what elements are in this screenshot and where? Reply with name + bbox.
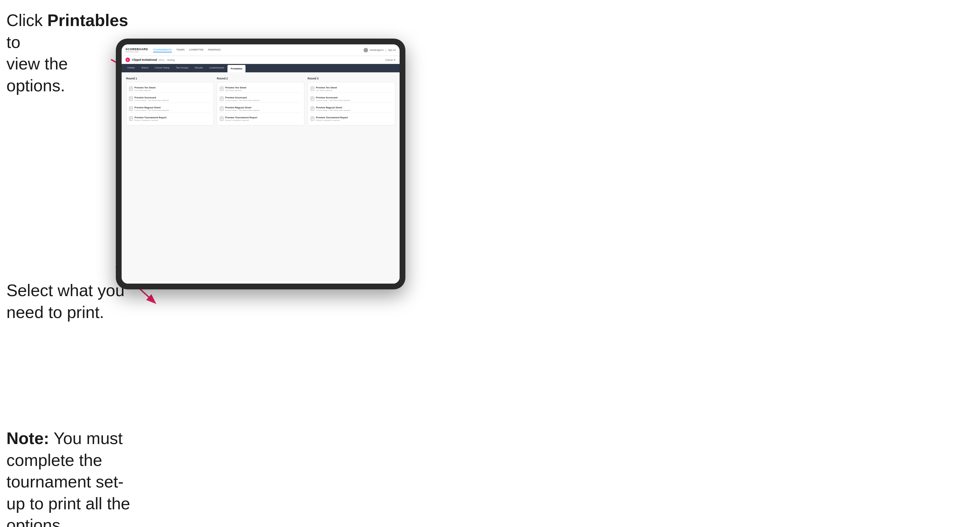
r2-tee-sheet-title: Preview Tee Sheet bbox=[225, 86, 246, 89]
sub-nav: Details Teams Course Setup Tee Groups Re… bbox=[122, 64, 399, 72]
round-1-title: Round 1 bbox=[126, 77, 214, 80]
round-3-card: Preview Tee Sheet Tee Sheet required bbox=[307, 82, 395, 125]
r2-tournament-report-sub: Round Completion required bbox=[225, 119, 257, 121]
tournament-name: Clippd Invitational bbox=[132, 58, 157, 62]
svg-rect-16 bbox=[220, 87, 223, 90]
tab-tee-groups[interactable]: Tee Groups bbox=[173, 64, 192, 72]
rounds-grid: Round 1 Preview Tee Sheet Tee bbox=[126, 77, 395, 125]
r1-scorecard-title: Preview Scorecard bbox=[135, 96, 169, 99]
user-avatar bbox=[364, 48, 368, 52]
tablet-screen: SCOREBOARD Powered by clippd TOURNAMENTS… bbox=[122, 44, 399, 284]
r2-raguzzi[interactable]: Preview Raguzzi Sheet Course setup + Tee… bbox=[220, 105, 301, 113]
r2-tournament-report-title: Preview Tournament Report bbox=[225, 116, 257, 119]
nav-teams[interactable]: TEAMS bbox=[176, 48, 185, 52]
r3-tee-sheet-sub: Tee Sheet required bbox=[316, 89, 337, 91]
top-nav: SCOREBOARD Powered by clippd TOURNAMENTS… bbox=[122, 44, 399, 56]
svg-rect-4 bbox=[129, 97, 132, 101]
tournament-badge: (Men) bbox=[159, 59, 164, 61]
round-2-title: Round 2 bbox=[217, 77, 304, 80]
r2-scorecard-title: Preview Scorecard bbox=[225, 96, 259, 99]
r2-tee-sheet-sub: Tee Sheet required bbox=[225, 89, 246, 91]
r2-tee-sheet[interactable]: Preview Tee Sheet Tee Sheet required bbox=[220, 85, 301, 93]
round-2-card: Preview Tee Sheet Tee Sheet required bbox=[217, 82, 304, 125]
svg-rect-44 bbox=[311, 117, 314, 121]
r1-tee-sheet-sub: Tee Sheet required bbox=[135, 89, 155, 91]
r3-scorecard-title: Preview Scorecard bbox=[316, 96, 350, 99]
r3-tournament-report-icon bbox=[310, 116, 314, 121]
svg-rect-28 bbox=[220, 117, 223, 121]
tournament-logo: C bbox=[126, 57, 130, 62]
r1-raguzzi-sub: Course setup + Tee Sheet data required bbox=[135, 110, 169, 111]
r3-tournament-report[interactable]: Preview Tournament Report Round Completi… bbox=[310, 115, 392, 122]
svg-rect-20 bbox=[220, 97, 223, 101]
svg-rect-36 bbox=[311, 97, 314, 101]
r3-scorecard[interactable]: Preview Scorecard Course setup + Tee She… bbox=[310, 95, 392, 103]
nav-committee[interactable]: COMMITTEE bbox=[189, 48, 204, 52]
brand-subtitle: Powered by clippd bbox=[126, 51, 148, 53]
round-1-card: Preview Tee Sheet Tee Sheet required bbox=[126, 82, 214, 125]
nav-rankings[interactable]: RANKINGS bbox=[208, 48, 221, 52]
round-2-column: Round 2 Preview Tee Sheet Tee bbox=[217, 77, 304, 125]
svg-rect-8 bbox=[129, 107, 132, 111]
r1-scorecard[interactable]: Preview Scorecard Course setup + Tee She… bbox=[129, 95, 211, 103]
r3-tournament-report-sub: Round Completion required bbox=[316, 119, 348, 121]
tournament-status: Hosting bbox=[167, 59, 175, 61]
r2-scorecard[interactable]: Preview Scorecard Course setup + Tee She… bbox=[220, 95, 301, 103]
tab-teams[interactable]: Teams bbox=[138, 64, 151, 72]
r1-raguzzi[interactable]: Preview Raguzzi Sheet Course setup + Tee… bbox=[129, 105, 211, 113]
r2-tournament-report[interactable]: Preview Tournament Report Round Completi… bbox=[220, 115, 301, 122]
tab-leaderboards[interactable]: Leaderboards bbox=[206, 64, 228, 72]
r3-tee-sheet-title: Preview Tee Sheet bbox=[316, 86, 337, 89]
r3-raguzzi-sub: Course setup + Tee Sheet data required bbox=[316, 110, 350, 111]
r3-tournament-report-title: Preview Tournament Report bbox=[316, 116, 348, 119]
r1-tee-sheet-title: Preview Tee Sheet bbox=[135, 86, 155, 89]
r3-scorecard-sub: Course setup + Tee Sheet data required bbox=[316, 99, 350, 101]
r2-raguzzi-icon bbox=[220, 106, 224, 111]
r1-tournament-report[interactable]: Preview Tournament Report Round Completi… bbox=[129, 115, 211, 122]
round-1-column: Round 1 Preview Tee Sheet Tee bbox=[126, 77, 214, 125]
r1-tournament-report-sub: Round Completion required bbox=[135, 119, 166, 121]
tournament-header: C Clippd Invitational (Men) Hosting Canc… bbox=[122, 56, 399, 64]
r1-tournament-report-icon bbox=[129, 116, 133, 121]
r2-scorecard-sub: Course setup + Tee Sheet data required bbox=[225, 99, 259, 101]
brand-title: SCOREBOARD bbox=[126, 48, 148, 51]
nav-tournaments[interactable]: TOURNAMENTS bbox=[153, 48, 172, 52]
r1-tee-sheet-icon bbox=[129, 86, 133, 91]
instruction-bottom: Note: You must complete the tournament s… bbox=[6, 428, 135, 527]
r2-raguzzi-title: Preview Raguzzi Sheet bbox=[225, 106, 259, 109]
r1-scorecard-icon bbox=[129, 97, 133, 101]
r1-raguzzi-icon bbox=[129, 106, 133, 111]
svg-rect-40 bbox=[311, 107, 314, 111]
svg-rect-12 bbox=[129, 117, 132, 121]
r2-scorecard-icon bbox=[220, 97, 224, 101]
tablet-device: SCOREBOARD Powered by clippd TOURNAMENTS… bbox=[116, 38, 406, 289]
r2-tournament-report-icon bbox=[220, 116, 224, 121]
top-nav-right: blair@clippd.io | Sign out bbox=[364, 48, 396, 52]
nav-items: TOURNAMENTS TEAMS COMMITTEE RANKINGS bbox=[153, 48, 364, 52]
r2-raguzzi-sub: Course setup + Tee Sheet data required bbox=[225, 110, 259, 111]
tab-results[interactable]: Results bbox=[192, 64, 206, 72]
r3-raguzzi-icon bbox=[310, 106, 314, 111]
tab-details[interactable]: Details bbox=[124, 64, 138, 72]
round-3-title: Round 3 bbox=[307, 77, 395, 80]
r3-tee-sheet-icon bbox=[310, 86, 314, 91]
r2-tee-sheet-icon bbox=[220, 86, 224, 91]
r1-raguzzi-title: Preview Raguzzi Sheet bbox=[135, 106, 169, 109]
svg-rect-24 bbox=[220, 107, 223, 111]
sign-out-link[interactable]: Sign out bbox=[388, 49, 396, 51]
nav-separator: | bbox=[385, 49, 386, 51]
r3-raguzzi-title: Preview Raguzzi Sheet bbox=[316, 106, 350, 109]
r3-raguzzi[interactable]: Preview Raguzzi Sheet Course setup + Tee… bbox=[310, 105, 392, 113]
user-email: blair@clippd.io bbox=[370, 49, 384, 51]
r1-scorecard-sub: Course setup + Tee Sheet data required bbox=[135, 99, 169, 101]
r3-tee-sheet[interactable]: Preview Tee Sheet Tee Sheet required bbox=[310, 85, 392, 93]
r3-scorecard-icon bbox=[310, 97, 314, 101]
r1-tee-sheet[interactable]: Preview Tee Sheet Tee Sheet required bbox=[129, 85, 211, 93]
svg-rect-32 bbox=[311, 87, 314, 90]
tab-printables[interactable]: Printables bbox=[228, 65, 245, 72]
round-3-column: Round 3 Preview Tee Sheet Tee bbox=[307, 77, 395, 125]
r1-tournament-report-title: Preview Tournament Report bbox=[135, 116, 166, 119]
cancel-button[interactable]: Cancel ✕ bbox=[385, 59, 396, 62]
main-content: Round 1 Preview Tee Sheet Tee bbox=[122, 72, 399, 284]
tab-course-setup[interactable]: Course Setup bbox=[151, 64, 173, 72]
